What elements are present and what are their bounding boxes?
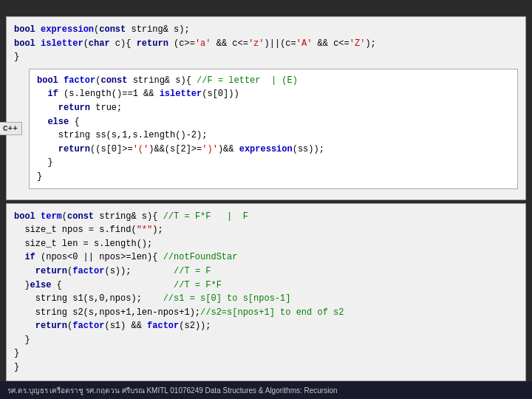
outer-line-2: bool isletter(char c){ return (c>='a' &&… (14, 37, 518, 51)
footer: รศ.ดร.บุญธร เครือตราชู รศ.กฤตวน ศรีบรณ K… (0, 381, 532, 399)
inner-line-4: else { (37, 115, 510, 129)
inner-line-2: if (s.length()==1 && isletter(s[0])) (37, 87, 510, 101)
bottom-line-11: } (14, 347, 518, 361)
bottom-line-2: size_t npos = s.find("*"); (14, 223, 518, 237)
inner-line-6: return((s[0]>='(')&&(s[2]>=')')&& expres… (37, 143, 510, 157)
bottom-line-4: if (npos<0 || npos>=len){ //notFoundStar (14, 250, 518, 265)
bottom-line-1: bool term(const string& s){ //T = F*F | … (14, 210, 518, 224)
outer-code-block: bool expression(const string& s); bool i… (6, 16, 526, 200)
bottom-line-9: return(factor(s1) && factor(s2)); (14, 319, 518, 333)
bottom-line-6: }else { //T = F*F (14, 279, 518, 293)
bottom-line-3: size_t len = s.length(); (14, 237, 518, 251)
top-bar (0, 0, 532, 13)
footer-text: รศ.ดร.บุญธร เครือตราชู รศ.กฤตวน ศรีบรณ K… (7, 385, 338, 396)
bottom-line-10: } (14, 333, 518, 347)
bottom-line-8: string s2(s,npos+1,len-npos+1);//s2=s[np… (14, 306, 518, 320)
outer-line-1: bool expression(const string& s); (14, 23, 518, 37)
bottom-line-7: string s1(s,0,npos); //s1 = s[0] to s[np… (14, 292, 518, 306)
bottom-line-5: return(factor(s)); //T = F (14, 265, 518, 279)
inner-line-7: } (37, 156, 510, 170)
cpp-badge: C++ (0, 122, 22, 135)
outer-line-3: } (14, 50, 518, 64)
inner-line-3: return true; (37, 101, 510, 115)
inner-line-5: string ss(s,1,s.length()-2); (37, 129, 510, 143)
bottom-line-12: } (14, 361, 518, 375)
inner-code-block: C++ bool factor(const string& s){ //F = … (29, 69, 518, 189)
inner-line-8: } (37, 170, 510, 184)
bottom-code-block: bool term(const string& s){ //T = F*F | … (6, 203, 526, 381)
inner-line-1: bool factor(const string& s){ //F = lett… (37, 74, 510, 88)
